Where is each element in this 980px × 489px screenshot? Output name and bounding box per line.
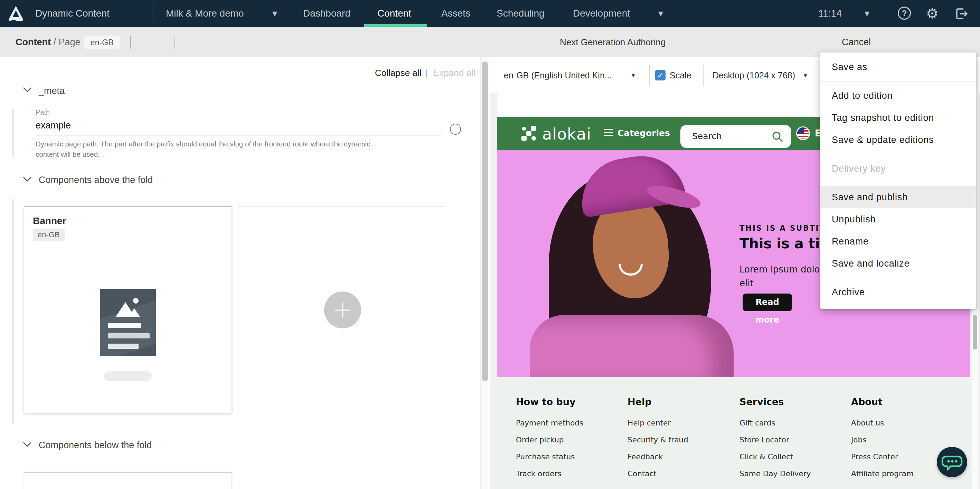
footer-link[interactable]: Jobs <box>851 435 866 444</box>
footer-link[interactable]: Purchase status <box>516 452 575 461</box>
nav-item-dashboard[interactable]: Dashboard <box>303 0 350 27</box>
breadcrumb-section[interactable]: Content <box>16 37 51 47</box>
footer-link[interactable]: Click & Collect <box>740 452 793 461</box>
footer-link[interactable]: Feedback <box>628 452 663 461</box>
footer-heading: About <box>851 397 883 407</box>
menu-item-rename[interactable]: Rename <box>820 230 976 252</box>
amplience-logo-icon <box>8 5 24 22</box>
chat-bubble-icon <box>937 447 967 477</box>
chat-widget-button[interactable] <box>937 447 967 477</box>
footer-link[interactable]: Press Center <box>851 452 898 461</box>
app-window: Dynamic Content Milk & More demo ▾ Dashb… <box>0 0 980 489</box>
storefront-search-box[interactable]: Search <box>680 125 791 148</box>
clock-display[interactable]: 11:14 <box>818 0 842 27</box>
menu-item-save-and-publish[interactable]: Save and publish <box>820 186 976 208</box>
banner-placeholder-image-icon <box>100 289 156 356</box>
footer-link[interactable]: Order pickup <box>516 435 563 444</box>
content-form-panel: Collapse all | Expand all _meta Path exa… <box>0 57 480 489</box>
banner-component-card[interactable]: Banner en-GB <box>24 206 232 413</box>
menu-divider <box>820 154 976 154</box>
preview-scrollbar-thumb[interactable] <box>973 315 977 349</box>
menu-item-tag-snapshot[interactable]: Tag snapshot to edition <box>820 107 976 129</box>
footer-heading: Help <box>628 397 652 407</box>
nav-item-development[interactable]: Development <box>573 0 630 27</box>
footer-link[interactable]: Payment methods <box>516 419 583 427</box>
footer-link[interactable]: Security & fraud <box>628 435 688 444</box>
help-icon[interactable]: ? <box>898 6 912 21</box>
menu-item-add-to-edition[interactable]: Add to edition <box>820 85 976 107</box>
expand-all-button[interactable]: Expand all <box>433 68 475 78</box>
banner-placeholder-pill <box>104 371 152 381</box>
controls-divider <box>649 65 650 86</box>
footer-link[interactable]: Contact <box>628 469 657 478</box>
below-component-card[interactable] <box>24 472 232 489</box>
menu-divider <box>820 81 976 81</box>
component-card-title: Banner <box>33 216 66 227</box>
toolbar-divider <box>175 36 175 49</box>
categories-menu-icon[interactable] <box>604 129 612 137</box>
menu-item-unpublish[interactable]: Unpublish <box>820 208 976 230</box>
footer-link[interactable]: Help center <box>628 419 671 427</box>
nav-divider <box>153 3 153 24</box>
path-field-underline <box>36 135 442 135</box>
scale-checkbox[interactable]: ✓ <box>655 70 665 81</box>
path-field-label: Path <box>36 108 50 116</box>
path-help-text: Dynamic page path. The part after the pr… <box>36 139 443 157</box>
menu-item-save-and-localize[interactable]: Save and localize <box>820 252 976 275</box>
collapse-expand-divider: | <box>425 68 428 78</box>
menu-divider <box>820 183 976 183</box>
search-placeholder: Search <box>692 125 722 148</box>
footer-link[interactable]: Affiliate program <box>851 469 914 478</box>
preview-locale-caret-icon[interactable]: ▾ <box>632 57 635 93</box>
menu-item-delivery-key: Delivery key <box>820 157 976 179</box>
development-caret-icon[interactable]: ▾ <box>658 0 663 27</box>
nav-item-assets[interactable]: Assets <box>441 0 470 27</box>
menu-divider <box>820 278 976 278</box>
hero-body-text: Lorem ipsum dolor s elit <box>740 262 831 290</box>
top-nav-bar: Dynamic Content Milk & More demo ▾ Dashb… <box>0 0 980 27</box>
search-icon[interactable] <box>772 131 783 143</box>
nav-item-scheduling[interactable]: Scheduling <box>496 0 545 27</box>
nav-item-content[interactable]: Content <box>377 0 411 27</box>
read-more-button[interactable]: Read more <box>743 294 792 311</box>
toolbar-divider <box>130 36 130 49</box>
nga-label: Next Generation Authoring <box>560 27 665 57</box>
meta-section-title[interactable]: _meta <box>39 86 65 96</box>
above-collapse-chevron-icon[interactable] <box>23 176 32 182</box>
categories-button[interactable]: Categories <box>617 117 670 150</box>
collapse-all-button[interactable]: Collapse all <box>375 68 421 78</box>
footer-link[interactable]: Same Day Delivery <box>740 469 811 478</box>
settings-gear-icon[interactable]: ⚙ <box>925 6 939 21</box>
hub-selector[interactable]: Milk & More demo <box>166 0 244 27</box>
footer-link[interactable]: Store Locator <box>740 435 789 444</box>
device-select-caret-icon[interactable]: ▾ <box>803 57 807 93</box>
form-panel-scrollbar-thumb[interactable] <box>482 62 488 381</box>
logout-icon[interactable] <box>955 7 968 21</box>
storefront-footer: How to buy Payment methods Order pickup … <box>497 377 970 489</box>
footer-link[interactable]: About us <box>851 419 884 427</box>
footer-heading: Services <box>740 397 784 407</box>
path-field-input[interactable]: example <box>36 120 71 131</box>
language-flag-icon[interactable] <box>796 126 810 140</box>
meta-section-rule <box>13 109 14 157</box>
meta-collapse-chevron-icon[interactable] <box>23 87 32 92</box>
storefront-logo-text[interactable]: alokai <box>542 125 591 143</box>
above-section-rule <box>13 199 14 423</box>
menu-item-archive[interactable]: Archive <box>820 281 976 303</box>
empty-component-slot <box>238 206 446 413</box>
menu-item-save-as[interactable]: Save as <box>820 56 976 78</box>
footer-link[interactable]: Track orders <box>516 469 562 478</box>
above-section-title[interactable]: Components above the fold <box>39 175 153 186</box>
app-title: Dynamic Content <box>35 0 110 27</box>
footer-link[interactable]: Gift cards <box>740 419 775 427</box>
below-section-title[interactable]: Components below the fold <box>39 440 152 451</box>
hub-caret-icon[interactable]: ▾ <box>272 0 277 27</box>
preview-locale-select[interactable]: en-GB (English United Kin... <box>504 57 612 93</box>
path-info-icon[interactable] <box>450 124 461 135</box>
device-select[interactable]: Desktop (1024 x 768) <box>713 57 795 93</box>
add-component-button[interactable] <box>324 292 361 329</box>
menu-item-save-update-editions[interactable]: Save & update editions <box>820 129 976 151</box>
clock-caret-icon[interactable]: ▾ <box>865 0 869 27</box>
below-collapse-chevron-icon[interactable] <box>23 442 32 447</box>
save-dropdown-menu: Save as Add to edition Tag snapshot to e… <box>820 52 976 309</box>
